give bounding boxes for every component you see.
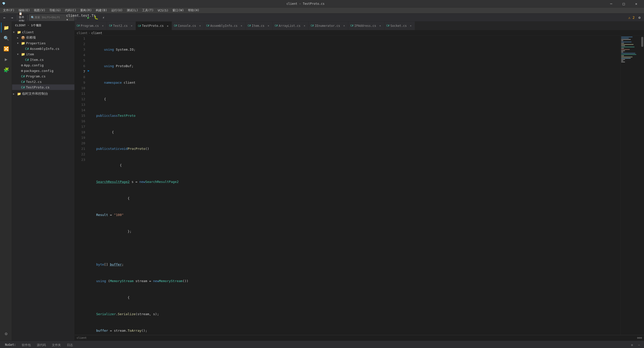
tab-test2cs[interactable]: C# Test2.cs ✕ xyxy=(107,22,136,30)
tree-label-appconfig: App.config xyxy=(24,63,44,67)
explorer-activity-icon[interactable]: 📁 xyxy=(1,23,11,33)
vcs-activity-icon[interactable]: 🔀 xyxy=(1,44,11,54)
panel-tab-packages[interactable]: 软件包 xyxy=(19,341,34,348)
tab-ienumeratorcs[interactable]: C# IEnumerator.cs ✕ xyxy=(309,22,348,30)
code-line-15: using (MemoryStream stream = new MemoryS… xyxy=(96,278,620,284)
editor-bottom-client: client xyxy=(77,336,87,339)
breadcrumb-client[interactable]: client xyxy=(77,31,87,35)
tree-label-client: client xyxy=(22,30,34,34)
editor-scrollbar[interactable] xyxy=(640,36,644,335)
minimap xyxy=(620,36,640,335)
main-toolbar: ← → 📋 版本控制 🔍 client.test.Ts ▾ ▶ 🐛 ⚡ ⚠ 2 … xyxy=(0,14,644,22)
code-line-12: }; xyxy=(96,229,620,234)
code-line-3: namespace client xyxy=(96,80,620,85)
file-explorer-sidebar: client · 1个项目 ▼ 📁 client ▶ 📦 依赖项 ▼ 📁 Pro… xyxy=(12,22,75,340)
tab-lang-test2cs: C# xyxy=(109,24,112,27)
run-config-dropdown[interactable]: client.test.Ts ▾ xyxy=(77,14,84,21)
debug-activity-icon[interactable]: ▶ xyxy=(1,54,11,64)
menu-navigate[interactable]: 导航(G) xyxy=(47,8,63,14)
tab-ipaddresscs[interactable]: C# IPAddress.cs ✕ xyxy=(348,22,384,30)
run-button[interactable]: ▶ xyxy=(85,14,92,21)
version-control-button[interactable]: 📋 版本控制 xyxy=(19,14,26,21)
notifications-button[interactable]: ⚠ 2 xyxy=(628,14,635,21)
tree-item-temp[interactable]: ▶ 📁 临时文件和控制台 xyxy=(12,91,74,96)
breadcrumb-file[interactable]: client xyxy=(91,31,102,35)
code-line-4: { xyxy=(96,96,620,102)
menu-view[interactable]: 视图(V) xyxy=(32,8,47,14)
tab-consolecs[interactable]: C# Console.cs ✕ xyxy=(172,22,204,30)
activity-bar-bottom: ⚙ xyxy=(1,328,11,338)
tab-close-ienumeratorcs[interactable]: ✕ xyxy=(342,24,346,28)
tab-close-itemcs[interactable]: ✕ xyxy=(266,24,270,28)
settings-button[interactable]: ⚙ xyxy=(636,14,643,21)
tree-item-test2cs[interactable]: ▶ C# Test2.cs xyxy=(12,79,74,84)
tab-arraylistcs[interactable]: C# ArrayList.cs ✕ xyxy=(273,22,309,30)
panel-tab-source[interactable]: 源代码 xyxy=(34,341,49,348)
tree-item-programcs[interactable]: ▶ C# Program.cs xyxy=(12,73,74,79)
tree-label-item-folder: item xyxy=(26,52,34,56)
run-arrow-icon[interactable]: ▶ xyxy=(88,69,89,72)
tree-label-temp: 临时文件和控制台 xyxy=(22,91,48,96)
tab-close-ipaddresscs[interactable]: ✕ xyxy=(378,24,382,28)
itemcs-icon: C# xyxy=(25,58,29,62)
tab-close-testprotocs[interactable]: ✕ xyxy=(166,24,170,28)
settings-activity-icon[interactable]: ⚙ xyxy=(1,328,11,338)
tab-lang-programcs: C# xyxy=(77,24,80,27)
panel-tab-folder[interactable]: 文件夹 xyxy=(49,341,64,348)
menu-window[interactable]: 窗口(W) xyxy=(170,8,186,14)
extensions-activity-icon[interactable]: 🧩 xyxy=(1,65,11,75)
tab-close-assemblyinfo[interactable]: ✕ xyxy=(240,24,244,28)
tree-item-appconfig[interactable]: ▶ ⚙ App.config xyxy=(12,62,74,68)
tree-item-properties[interactable]: ▼ 📁 Properties xyxy=(12,40,74,46)
breadcrumb-bar: client › client xyxy=(75,30,644,36)
menu-vcs[interactable]: VCS(S) xyxy=(156,8,170,14)
panel-settings-gear-button[interactable]: ⚙ xyxy=(629,342,635,348)
search-activity-icon[interactable]: 🔍 xyxy=(1,33,11,43)
menu-build[interactable]: 构建(B) xyxy=(94,8,109,14)
tree-item-testprotocs[interactable]: ▶ C# TestProto.cs xyxy=(12,84,74,90)
menu-tools[interactable]: 工具(T) xyxy=(140,8,156,14)
panel-settings-minus-button[interactable]: — xyxy=(636,342,642,348)
activity-bar: 📁 🔍 🔀 ▶ 🧩 ⚙ xyxy=(0,22,12,340)
panel-tab-nuget[interactable]: NuGet: xyxy=(2,341,19,348)
title-bar-title: client - TestProto.cs xyxy=(286,2,325,6)
tree-label-testprotocs: TestProto.cs xyxy=(26,85,50,89)
code-line-11: Result = "100" xyxy=(96,212,620,218)
menu-refactor[interactable]: 重构(R) xyxy=(78,8,94,14)
tab-close-socketcs[interactable]: ✕ xyxy=(409,24,413,28)
tab-close-test2cs[interactable]: ✕ xyxy=(130,24,134,28)
menu-file[interactable]: 文件(F) xyxy=(1,8,17,14)
tab-label-testprotocs: TestProto.cs xyxy=(142,24,164,28)
tree-item-dependencies[interactable]: ▶ 📦 依赖项 xyxy=(12,35,74,40)
code-content[interactable]: using System.IO; using ProtoBuf; namespa… xyxy=(92,36,620,335)
panel-tab-log[interactable]: 日志 xyxy=(64,341,76,348)
tree-item-itemcs[interactable]: ▶ C# Item.cs xyxy=(12,57,74,62)
menu-help[interactable]: 帮助(H) xyxy=(186,8,201,14)
maximize-button[interactable]: □ xyxy=(618,0,629,8)
tree-item-item-folder[interactable]: ▼ 📁 item xyxy=(12,51,74,57)
menu-test[interactable]: 测试(L) xyxy=(125,8,140,14)
back-button[interactable]: ← xyxy=(1,14,8,21)
close-button[interactable]: ✕ xyxy=(630,0,642,8)
tree-item-packagesconfig[interactable]: ▶ ⚙ packages.config xyxy=(12,68,74,73)
tab-socketcs[interactable]: C# Socket.cs ✕ xyxy=(384,22,415,30)
tab-programcs[interactable]: C# Program.cs ✕ xyxy=(75,22,107,30)
tab-close-programcs[interactable]: ✕ xyxy=(101,24,105,28)
tab-close-arraylistcs[interactable]: ✕ xyxy=(302,24,306,28)
debug-button[interactable]: 🐛 xyxy=(92,14,99,21)
tab-testprotocs[interactable]: C# TestProto.cs ✕ xyxy=(136,22,172,30)
menu-run[interactable]: 运行(U) xyxy=(109,8,125,14)
minimize-button[interactable]: ─ xyxy=(605,0,617,8)
packagesconfig-icon: ⚙ xyxy=(21,69,23,73)
code-editor[interactable]: 1 2 3 4 5 6 7 8 9 10 11 12 13 14 15 16 1… xyxy=(75,36,644,335)
tab-assemblyinfo[interactable]: C# AssemblyInfo.cs ✕ xyxy=(204,22,246,30)
tree-item-client[interactable]: ▼ 📁 client xyxy=(12,29,74,35)
tree-item-assemblyinfo[interactable]: ▶ C# AssemblyInfo.cs xyxy=(12,46,74,51)
tab-close-consolecs[interactable]: ✕ xyxy=(198,24,202,28)
code-line-2: using ProtoBuf; xyxy=(96,63,620,69)
menu-code[interactable]: 代码(C) xyxy=(63,8,78,14)
tab-itemcs[interactable]: C# Item.cs ✕ xyxy=(246,22,273,30)
profile-button[interactable]: ⚡ xyxy=(100,14,107,21)
forward-button[interactable]: → xyxy=(9,14,16,21)
code-line-10: { xyxy=(96,196,620,201)
